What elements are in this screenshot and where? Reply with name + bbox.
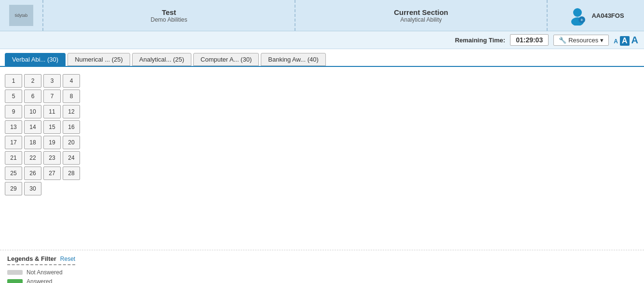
question-button-7[interactable]: 7 — [43, 90, 61, 103]
legend-color-answered — [7, 279, 23, 283]
question-row: 1234 — [5, 74, 80, 88]
question-button-22[interactable]: 22 — [24, 151, 41, 165]
question-panel: 1234567891011121314151617181920212223242… — [5, 74, 80, 243]
question-button-17[interactable]: 17 — [5, 136, 22, 149]
legend-label-not-answered: Not Answered — [27, 269, 63, 276]
section-tabs: Verbal Abi... (30) Numerical ... (25) An… — [0, 49, 644, 67]
question-button-8[interactable]: 8 — [63, 90, 80, 103]
question-button-19[interactable]: 19 — [43, 136, 61, 149]
question-button-18[interactable]: 18 — [24, 136, 41, 149]
avatar: + — [567, 5, 588, 26]
test-sublabel: Demo Abilities — [150, 16, 187, 23]
user-name: AA043FOS — [591, 12, 624, 19]
logo-box: tidytab — [9, 5, 33, 26]
question-button-14[interactable]: 14 — [24, 120, 41, 134]
main-content: 1234567891011121314151617181920212223242… — [0, 67, 644, 250]
tab-computer[interactable]: Computer A... (30) — [193, 53, 259, 66]
question-button-9[interactable]: 9 — [5, 105, 22, 118]
question-button-16[interactable]: 16 — [63, 120, 80, 134]
remaining-time-label: Remaining Time: — [455, 37, 506, 44]
question-button-30[interactable]: 30 — [24, 182, 41, 195]
question-button-10[interactable]: 10 — [24, 105, 41, 118]
tab-numerical[interactable]: Numerical ... (25) — [67, 53, 130, 66]
question-button-11[interactable]: 11 — [43, 105, 61, 118]
question-button-26[interactable]: 26 — [24, 167, 41, 180]
question-row: 13141516 — [5, 120, 80, 134]
current-section-info: Current Section Analytical Ability — [295, 0, 548, 31]
question-button-15[interactable]: 15 — [43, 120, 61, 134]
test-info-section: Test Demo Abilities — [43, 0, 295, 31]
question-grid: 1234567891011121314151617181920212223242… — [5, 74, 80, 195]
question-row: 2930 — [5, 182, 80, 195]
test-label: Test — [162, 8, 176, 16]
app-header: tidytab Test Demo Abilities Current Sect… — [0, 0, 644, 31]
reset-link[interactable]: Reset — [60, 256, 75, 262]
question-button-20[interactable]: 20 — [63, 136, 80, 149]
legend-item-not-answered[interactable]: Not Answered — [7, 269, 637, 276]
resources-button[interactable]: 🔧 Resources ▾ — [553, 35, 609, 46]
legend-item-answered[interactable]: Answered — [7, 278, 637, 283]
svg-text:+: + — [580, 17, 583, 23]
question-button-4[interactable]: 4 — [63, 74, 80, 88]
legend-label-answered: Answered — [27, 278, 52, 283]
question-button-24[interactable]: 24 — [63, 151, 80, 165]
question-button-28[interactable]: 28 — [63, 167, 80, 180]
question-button-1[interactable]: 1 — [5, 74, 22, 88]
tab-banking[interactable]: Banking Aw... (40) — [261, 53, 326, 66]
question-row: 9101112 — [5, 105, 80, 118]
font-small-button[interactable]: A — [614, 38, 618, 45]
question-row: 21222324 — [5, 151, 80, 165]
legends-section: Legends & Filter Reset Not AnsweredAnswe… — [0, 250, 644, 283]
font-size-controls: A A A — [614, 35, 638, 46]
question-row: 25262728 — [5, 167, 80, 180]
svg-point-0 — [573, 8, 582, 17]
question-row: 17181920 — [5, 136, 80, 149]
user-info: + AA043FOS — [548, 0, 644, 31]
question-button-13[interactable]: 13 — [5, 120, 22, 134]
question-button-3[interactable]: 3 — [43, 74, 61, 88]
current-section-sublabel: Analytical Ability — [400, 16, 442, 23]
logo-section: tidytab — [0, 0, 43, 31]
resources-label: Resources — [568, 37, 598, 44]
question-button-6[interactable]: 6 — [24, 90, 41, 103]
legend-items: Not AnsweredAnsweredMarkedAnswered & Mar… — [7, 269, 637, 283]
question-button-2[interactable]: 2 — [24, 74, 41, 88]
question-button-23[interactable]: 23 — [43, 151, 61, 165]
question-button-29[interactable]: 29 — [5, 182, 22, 195]
question-button-12[interactable]: 12 — [63, 105, 80, 118]
font-large-button[interactable]: A — [631, 35, 638, 46]
font-medium-button[interactable]: A — [620, 36, 630, 46]
toolbar: Remaining Time: 01:29:03 🔧 Resources ▾ A… — [0, 31, 644, 49]
question-button-21[interactable]: 21 — [5, 151, 22, 165]
question-button-27[interactable]: 27 — [43, 167, 61, 180]
logo-text: tidytab — [15, 13, 28, 18]
legend-color-not-answered — [7, 270, 23, 275]
legends-label: Legends & Filter — [7, 255, 56, 262]
tab-verbal[interactable]: Verbal Abi... (30) — [5, 53, 66, 66]
question-button-25[interactable]: 25 — [5, 167, 22, 180]
question-row: 5678 — [5, 90, 80, 103]
legends-title: Legends & Filter Reset — [7, 255, 75, 265]
dropdown-arrow-icon: ▾ — [600, 37, 604, 44]
current-section-label: Current Section — [394, 8, 448, 16]
timer-display: 01:29:03 — [510, 34, 549, 46]
question-button-5[interactable]: 5 — [5, 90, 22, 103]
tab-analytical[interactable]: Analytical... (25) — [132, 53, 191, 66]
wrench-icon: 🔧 — [559, 37, 566, 44]
